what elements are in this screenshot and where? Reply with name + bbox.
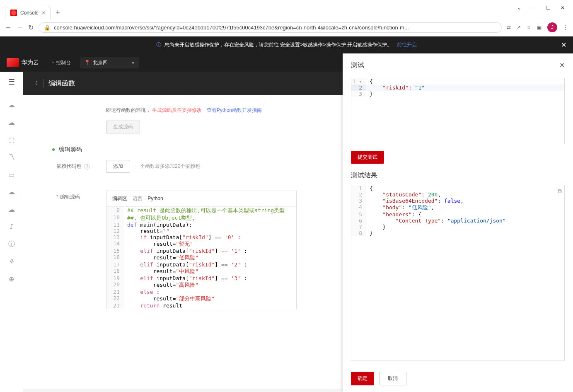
code-line[interactable]: 10##, 也可以是Object类型,	[106, 214, 296, 222]
address-bar[interactable]: 🔒 console.huaweicloud.com/macroverse/ssi…	[39, 22, 502, 33]
cloud-upload-icon[interactable]: ☁	[7, 204, 17, 214]
region-select[interactable]: 📍 北京四 ▼	[80, 57, 139, 68]
json-line[interactable]: 1 ▾{	[351, 78, 564, 85]
translate-icon[interactable]: ⇄	[507, 24, 511, 30]
result-line: 7 }	[351, 224, 564, 230]
code-line[interactable]: 14 result="暂无"	[106, 240, 296, 248]
code-line[interactable]: 11def main(inputData):	[106, 222, 296, 228]
hint-warning: 生成源码后不支持修改	[152, 107, 202, 113]
panel-title: 测试	[351, 61, 364, 70]
code-line[interactable]: 23 return result	[106, 302, 296, 309]
back-button[interactable]: ←	[5, 24, 12, 31]
device-icon[interactable]: ▭	[7, 169, 17, 179]
code-line[interactable]: 12 result=""	[106, 228, 296, 234]
code-line[interactable]: 17 elif inputData["riskId"] == '2' :	[106, 261, 296, 268]
browser-chrome: ⌄ — ☐ ✕ Console × + ← → ↻ 🔒 console.huaw…	[0, 0, 573, 36]
dep-package-label: 依赖代码包 ?	[56, 163, 106, 170]
globe-icon[interactable]: ⊕	[7, 274, 17, 284]
dep-hint: 一个函数最多添加20个依赖包	[135, 163, 200, 170]
refresh-button[interactable]: ↻	[28, 24, 34, 31]
menu-toggle-icon[interactable]: ☰	[8, 72, 15, 92]
forward-button[interactable]: →	[17, 24, 23, 31]
divider	[43, 79, 44, 87]
cloud-outline-icon[interactable]: ☁	[7, 187, 17, 197]
copy-icon[interactable]: ⧉	[558, 188, 562, 195]
result-line: 3 "isBase64Encoded": false,	[351, 198, 564, 204]
star-icon[interactable]: ☆	[527, 24, 531, 30]
cloud-icon[interactable]: ☁	[7, 100, 17, 110]
code-line[interactable]: 21 else :	[106, 289, 296, 295]
result-line: 1{	[351, 185, 564, 191]
editor-header: 编辑区 语言：Python	[106, 191, 296, 207]
code-line[interactable]: 9## result 是此函数的输出,可以是一个基本类型或string类型	[106, 207, 296, 214]
notification-link[interactable]: 前往开启	[397, 41, 417, 48]
url-text: console.huaweicloud.com/macroverse/ssi/?…	[54, 24, 496, 31]
share-icon[interactable]: ↗	[517, 24, 521, 30]
code-line[interactable]: 20 result="高风险"	[106, 281, 296, 289]
profile-avatar[interactable]: J	[547, 22, 557, 32]
result-line: 2 "statusCode": 200,	[351, 191, 564, 198]
side-rail: ☰ ☁ ☁ ⬚ 〽 ▭ ☁ ☁ ⤴ ⓘ ⚘ ⊕	[0, 72, 23, 392]
code-line[interactable]: 13 if inputData["riskId"] == '0' :	[106, 234, 296, 240]
add-dependency-button[interactable]: 添加	[106, 160, 130, 173]
browser-tab[interactable]: Console ×	[5, 6, 51, 19]
tab-close-icon[interactable]: ×	[42, 10, 45, 16]
result-line: 4 "body": "低风险",	[351, 204, 564, 211]
code-editor[interactable]: 编辑区 语言：Python 9## result 是此函数的输出,可以是一个基本…	[106, 191, 297, 309]
brand-logo[interactable]: 华为云	[3, 58, 42, 67]
json-line[interactable]: 2 "riskId": "1"	[351, 85, 564, 91]
monitor-icon[interactable]: 〽	[7, 152, 17, 162]
panel-close-icon[interactable]: ✕	[559, 61, 565, 69]
menu-icon[interactable]: ⋮	[563, 24, 568, 30]
region-label: 北京四	[93, 59, 108, 66]
location-icon: 📍	[84, 60, 90, 65]
help-icon[interactable]: ?	[84, 164, 90, 169]
result-line: 6 "Content-Type": "application/json"	[351, 218, 564, 224]
result-line: 5 "headers": {	[351, 211, 564, 218]
result-line: 8}	[351, 230, 564, 236]
confirm-button[interactable]: 确定	[351, 372, 374, 385]
huawei-logo-icon	[7, 58, 19, 67]
chevron-down-icon: ▼	[131, 60, 135, 65]
result-title: 测试结果	[351, 171, 565, 180]
back-icon[interactable]: 〈	[31, 79, 38, 88]
json-line[interactable]: 3}	[351, 91, 564, 97]
info-icon: ⓘ	[156, 41, 161, 48]
cloud-dots-icon[interactable]: ☁	[7, 117, 17, 127]
nodes-icon[interactable]: ⚘	[7, 256, 17, 266]
cancel-button[interactable]: 取消	[379, 372, 406, 385]
submit-test-button[interactable]: 提交测试	[351, 151, 384, 164]
edit-source-label: *编辑源码	[56, 181, 106, 201]
notification-text: 您尚未开启敏感操作保护，存在安全风险，请您前往 安全设置>敏感操作>操作保护 开…	[164, 41, 392, 48]
notification-bar: ⓘ 您尚未开启敏感操作保护，存在安全风险，请您前往 安全设置>敏感操作>操作保护…	[0, 36, 573, 53]
test-panel: 测试 ✕ 1 ▾{2 "riskId": "1"3} 提交测试 测试结果 ⧉ 1…	[343, 53, 573, 392]
test-input-editor[interactable]: 1 ▾{2 "riskId": "1"3}	[351, 78, 565, 144]
guide-link[interactable]: 查看Python函数开发指南	[207, 107, 262, 113]
extensions-icon[interactable]: ▣	[537, 24, 542, 30]
page-title: 编辑函数	[48, 79, 75, 88]
notification-close-icon[interactable]: ✕	[561, 41, 566, 49]
test-result-box: ⧉ 1{2 "statusCode": 200,3 "isBase64Encod…	[351, 185, 565, 361]
brand-text: 华为云	[22, 59, 39, 66]
code-line[interactable]: 22 result="部分中高风险"	[106, 295, 296, 302]
code-line[interactable]: 19 elif inputData["riskId"] == '3' :	[106, 275, 296, 281]
favicon-icon	[10, 10, 17, 16]
code-line[interactable]: 16 result="低风险"	[106, 254, 296, 261]
home-icon: ⌂	[51, 60, 54, 65]
tab-title: Console	[20, 10, 39, 16]
new-tab-button[interactable]: +	[51, 8, 65, 17]
upload-icon[interactable]: ⤴	[7, 222, 17, 232]
console-link[interactable]: ⌂ 控制台	[49, 59, 73, 66]
ip-icon[interactable]: ⓘ	[7, 239, 17, 249]
lock-icon: 🔒	[44, 24, 51, 31]
generate-source-button[interactable]: 生成源码	[106, 121, 140, 133]
code-line[interactable]: 18 result="中风险"	[106, 268, 296, 275]
code-line[interactable]: 15 elif inputData["riskId"] == '1' :	[106, 248, 296, 254]
database-icon[interactable]: ⬚	[7, 135, 17, 145]
